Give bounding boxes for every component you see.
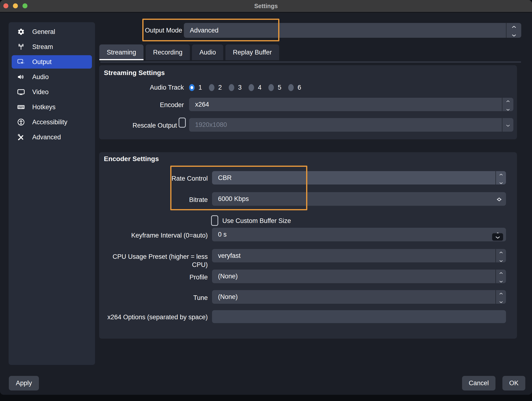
tune-value: (None) bbox=[218, 293, 238, 301]
sidebar-item-label: Stream bbox=[32, 43, 53, 51]
rescale-output-label: Rescale Output bbox=[99, 121, 177, 129]
encoder-settings-title: Encoder Settings bbox=[104, 155, 159, 163]
chevron-down-icon bbox=[506, 121, 510, 129]
spin-down-pressed[interactable] bbox=[492, 233, 503, 241]
audio-track-option-3[interactable]: 3 bbox=[229, 84, 242, 91]
streaming-settings-title: Streaming Settings bbox=[104, 69, 165, 77]
sidebar-item-video[interactable]: Video bbox=[12, 85, 92, 99]
encoder-value: x264 bbox=[195, 101, 209, 108]
chevron-up-icon bbox=[499, 290, 503, 296]
sidebar-item-label: Accessibility bbox=[32, 118, 67, 126]
sidebar-item-audio[interactable]: Audio bbox=[12, 70, 92, 84]
rescale-output-value: 1920x1080 bbox=[195, 121, 227, 129]
settings-window: Settings GeneralStreamOutputAudioVideoHo… bbox=[0, 0, 532, 395]
tab-streaming[interactable]: Streaming bbox=[99, 45, 144, 60]
use-custom-buffer-size-checkbox[interactable] bbox=[211, 215, 218, 226]
sidebar-item-output[interactable]: Output bbox=[12, 55, 92, 69]
radio-icon[interactable] bbox=[189, 84, 195, 91]
sidebar-item-label: Video bbox=[32, 88, 49, 96]
sidebar-item-accessibility[interactable]: Accessibility bbox=[12, 116, 92, 129]
encoder-label: Encoder bbox=[99, 101, 184, 109]
cancel-button[interactable]: Cancel bbox=[462, 376, 495, 390]
keyframe-interval-spinbox[interactable]: 0 s bbox=[212, 228, 506, 241]
radio-label: 5 bbox=[278, 84, 281, 91]
audio-track-option-2[interactable]: 2 bbox=[209, 84, 222, 91]
rate-control-select[interactable]: CBR bbox=[212, 171, 506, 184]
chevron-up-icon bbox=[506, 98, 510, 104]
sidebar-item-general[interactable]: General bbox=[12, 25, 92, 39]
sidebar-item-hotkeys[interactable]: Hotkeys bbox=[12, 100, 92, 114]
encoder-stepper[interactable] bbox=[502, 98, 513, 111]
spin-down-icon[interactable] bbox=[496, 196, 502, 203]
bitrate-value: 6000 Kbps bbox=[218, 195, 249, 203]
apply-button[interactable]: Apply bbox=[9, 376, 39, 390]
encoder-settings-panel: Encoder Settings Rate Control CBR Bitrat… bbox=[99, 152, 517, 339]
spin-down-icon bbox=[495, 233, 500, 241]
sidebar-item-label: Audio bbox=[32, 73, 49, 81]
sidebar-item-label: Output bbox=[32, 58, 51, 66]
output-mode-label: Output Mode bbox=[145, 26, 182, 34]
radio-label: 4 bbox=[258, 84, 261, 91]
sidebar-item-advanced[interactable]: Advanced bbox=[12, 130, 92, 144]
tab-recording[interactable]: Recording bbox=[146, 45, 190, 60]
titlebar: Settings bbox=[0, 0, 532, 13]
chevron-down-icon bbox=[499, 179, 503, 185]
rate-control-label: Rate Control bbox=[99, 175, 208, 183]
radio-icon[interactable] bbox=[288, 84, 294, 91]
rescale-output-checkbox[interactable] bbox=[179, 117, 186, 128]
radio-icon[interactable] bbox=[268, 84, 274, 91]
audio-track-option-5[interactable]: 5 bbox=[268, 84, 281, 91]
tab-replay-buffer[interactable]: Replay Buffer bbox=[225, 45, 279, 60]
cpu-usage-preset-stepper[interactable] bbox=[495, 249, 506, 262]
antenna-icon bbox=[17, 43, 25, 51]
gear-icon bbox=[17, 28, 25, 36]
radio-icon[interactable] bbox=[209, 84, 215, 91]
ok-button[interactable]: OK bbox=[502, 376, 525, 390]
radio-label: 3 bbox=[238, 84, 242, 91]
chevron-down-icon bbox=[499, 256, 503, 263]
encoder-select[interactable]: x264 bbox=[189, 98, 513, 111]
streaming-settings-panel: Streaming Settings Audio Track 123456 En… bbox=[99, 65, 517, 139]
audio-track-option-6[interactable]: 6 bbox=[288, 84, 301, 91]
tab-label: Audio bbox=[199, 49, 216, 56]
radio-icon[interactable] bbox=[249, 84, 254, 91]
output-mode-stepper[interactable] bbox=[506, 23, 521, 38]
speaker-icon bbox=[17, 73, 25, 81]
rescale-output-dropdown-arrow[interactable] bbox=[502, 118, 513, 132]
tune-select[interactable]: (None) bbox=[212, 290, 506, 304]
bitrate-label: Bitrate bbox=[99, 196, 208, 204]
tab-audio[interactable]: Audio bbox=[192, 45, 223, 60]
tab-bar: StreamingRecordingAudioReplay Buffer bbox=[99, 45, 279, 60]
profile-label: Profile bbox=[99, 273, 208, 281]
tune-stepper[interactable] bbox=[495, 290, 506, 304]
cpu-usage-preset-label: CPU Usage Preset (higher = less CPU) bbox=[99, 252, 208, 269]
keyboard-icon bbox=[17, 103, 25, 111]
cpu-usage-preset-select[interactable]: veryfast bbox=[212, 249, 506, 262]
radio-label: 2 bbox=[218, 84, 222, 91]
display-camera-icon bbox=[17, 58, 25, 66]
tab-baseline bbox=[100, 61, 521, 63]
accessibility-icon bbox=[17, 118, 25, 126]
profile-stepper[interactable] bbox=[495, 270, 506, 283]
rescale-output-select[interactable]: 1920x1080 bbox=[189, 118, 513, 132]
sidebar-item-stream[interactable]: Stream bbox=[12, 40, 92, 53]
audio-track-label: Audio Track bbox=[99, 84, 184, 91]
radio-label: 1 bbox=[198, 84, 202, 91]
audio-track-option-1[interactable]: 1 bbox=[189, 84, 202, 91]
x264-options-input[interactable] bbox=[212, 310, 506, 323]
output-mode-select[interactable]: Advanced bbox=[184, 23, 521, 38]
tune-label: Tune bbox=[99, 294, 208, 302]
tab-label: Replay Buffer bbox=[233, 49, 272, 56]
audio-track-option-4[interactable]: 4 bbox=[249, 84, 261, 91]
radio-icon[interactable] bbox=[229, 84, 234, 91]
monitor-icon bbox=[17, 88, 25, 96]
profile-select[interactable]: (None) bbox=[212, 270, 506, 283]
bitrate-spinbox[interactable]: 6000 Kbps bbox=[212, 192, 506, 206]
chevron-down-icon bbox=[506, 105, 510, 111]
tab-label: Recording bbox=[153, 49, 183, 56]
sidebar: GeneralStreamOutputAudioVideoHotkeysAcce… bbox=[9, 22, 95, 365]
rate-control-value: CBR bbox=[218, 174, 232, 182]
tab-label: Streaming bbox=[107, 49, 136, 56]
rate-control-stepper[interactable] bbox=[495, 171, 506, 184]
sidebar-item-label: General bbox=[32, 28, 55, 36]
